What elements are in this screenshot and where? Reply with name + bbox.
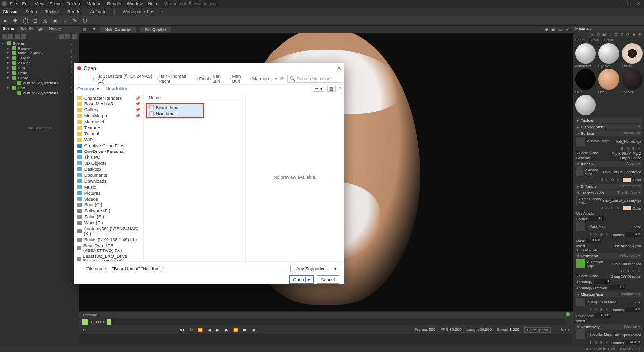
add-camera-icon[interactable] <box>15 34 20 39</box>
menu-file[interactable]: File <box>10 1 17 6</box>
breadcrumbs[interactable]: 3dScanstore (\\TEN24NAS) (Z:)›Hair -Thom… <box>98 74 272 84</box>
cancel-button[interactable]: Cancel <box>317 275 339 284</box>
timeline-scrubber[interactable] <box>107 319 567 325</box>
organise-menu[interactable]: Organise ▾ <box>77 86 99 91</box>
poly-tool-icon[interactable]: ⬡ <box>81 17 88 24</box>
folder-tree-item[interactable]: Pictures <box>74 190 143 196</box>
material-thumb[interactable]: Lashes <box>621 69 643 94</box>
dialog-close-icon[interactable]: ✕ <box>337 65 341 72</box>
prev-frame-icon[interactable]: ◀ <box>206 327 212 333</box>
window-maximize[interactable]: ☐ <box>625 1 632 7</box>
albedo-color[interactable] <box>622 177 631 182</box>
next-frame-icon[interactable]: ▶ <box>224 327 230 333</box>
preview-pane-icon[interactable]: ▥ <box>327 86 336 92</box>
play-icon[interactable]: ▶ <box>215 327 221 333</box>
sec-albedo[interactable]: ▾AlbedoAlbedo ▾ <box>575 161 642 167</box>
mat-delete-icon[interactable]: 🗑 <box>620 32 624 37</box>
folder-tree-item[interactable]: Base Mesh V3📌 <box>74 101 143 107</box>
prev-key-icon[interactable]: ⏪ <box>197 327 203 333</box>
circle-tool-icon[interactable]: ○ <box>61 17 68 24</box>
menu-scene[interactable]: Scene <box>49 1 62 6</box>
direction-thumb[interactable] <box>576 259 585 268</box>
material-thumb[interactable]: Eyeball <box>621 43 643 68</box>
folder-tree-item[interactable]: 3D Objects <box>74 160 143 166</box>
quality-selector[interactable]: Full Quality ▾ <box>140 27 171 32</box>
keyframe-icon[interactable]: ◆ <box>251 327 257 333</box>
sec-texture[interactable]: ▸Texture <box>575 118 642 123</box>
scene-tab[interactable]: Scene <box>0 26 17 33</box>
translucency-thumb[interactable] <box>576 196 577 205</box>
search-input[interactable]: 🔍 Search Marmoset <box>287 75 341 83</box>
specular-thumb[interactable] <box>576 330 585 339</box>
workspace-selector[interactable]: Workspace 1▾ <box>123 9 153 14</box>
folder-tree-item[interactable]: BeastTwo_6TB (\\BEASTTWO) (V:) <box>74 243 143 253</box>
breadcrumb-item[interactable]: Final <box>199 76 209 81</box>
sec-reflection[interactable]: ▾ReflectionAnisotropic ▾ <box>575 253 642 259</box>
folder-tree-item[interactable]: Textures <box>74 125 143 131</box>
help-icon[interactable]: ? <box>339 86 341 91</box>
sec-diffusion[interactable]: ▸DiffusionLambertian ▾ <box>575 184 642 189</box>
gear-icon[interactable]: ⚙ <box>544 27 549 32</box>
tab-texture[interactable]: Texture <box>45 9 60 14</box>
folder-tree-item[interactable]: WIP <box>74 137 143 143</box>
menu-texture[interactable]: Texture <box>67 1 82 6</box>
mask-thumb[interactable] <box>576 222 585 231</box>
new-folder-button[interactable]: New folder <box>106 86 127 91</box>
mat-dup-icon[interactable]: ⧉ <box>596 32 600 37</box>
material-thumb[interactable]: Eye Wet <box>597 43 620 68</box>
nav-back-icon[interactable]: ← <box>77 76 82 81</box>
material-thumb[interactable]: Hair <box>574 69 596 94</box>
refresh-icon[interactable]: ↻ <box>626 147 630 151</box>
move-tool-icon[interactable]: ✥ <box>12 17 19 24</box>
goto-start-icon[interactable]: ⏮ <box>179 327 185 333</box>
mat-tab-brows[interactable]: Brows <box>590 38 599 42</box>
tree-item[interactable]: ▾Main Camera⋮⋮ <box>2 50 77 55</box>
tab-animate[interactable]: Animate <box>90 9 107 14</box>
window-minimize[interactable]: – <box>615 1 622 7</box>
mat-refresh-icon[interactable]: ⟳ <box>626 32 630 37</box>
translucency-color[interactable] <box>622 206 631 211</box>
next-key-icon[interactable]: ⏩ <box>233 327 239 333</box>
tree-item[interactable]: ZBrushPolyMesh3D⋮⋮ <box>2 90 77 95</box>
folder-tree-item[interactable]: BeastTwo_DXO_Drive (\\BEASTTWO) (W:) <box>74 253 143 261</box>
tree-item[interactable]: ZBrushPolyMesh3D⋮⋮ <box>2 80 77 85</box>
folder-tree-item[interactable]: Tutorial <box>74 131 143 137</box>
camera-lock-icon[interactable]: ⭘ <box>91 27 96 32</box>
safe-frame-icon[interactable]: ▭ <box>558 27 563 32</box>
menu-material[interactable]: Material <box>86 1 102 6</box>
tree-item[interactable]: ▾1 Light⋮⋮ <box>2 55 77 60</box>
crumb-drop-icon[interactable]: ▾ <box>275 76 277 81</box>
sec-microsurface[interactable]: ▾MicrosurfaceRoughness ▾ <box>575 292 642 297</box>
folder-tree-item[interactable]: Music <box>74 184 143 190</box>
filename-input[interactable] <box>110 265 291 272</box>
mat-fold-icon[interactable]: ▣ <box>602 32 606 37</box>
camera-selector[interactable]: Main Camera ▾ <box>100 27 136 32</box>
mat-tab-detail[interactable]: Detail <box>604 38 613 42</box>
scene-tree[interactable]: ▾Scene⋮⋮▾Render⋮⋮▾Main Camera⋮⋮▾1 Light⋮… <box>0 40 79 96</box>
loop-icon[interactable]: ↻ <box>188 327 194 333</box>
sec-displacement[interactable]: ▸Displacement▾ <box>575 124 642 130</box>
timeline-track[interactable] <box>79 334 573 344</box>
mat-export-icon[interactable]: ↥ <box>614 32 618 37</box>
breadcrumb-item[interactable]: Man Bun <box>212 74 228 84</box>
pipette-icon[interactable]: ⟳ <box>632 147 636 151</box>
mat-tab-beard[interactable]: Beard <box>575 38 585 42</box>
tree-item[interactable]: ▾Head⋮⋮ <box>2 70 77 75</box>
menu-help[interactable]: Help <box>148 1 157 6</box>
window-close[interactable]: ✕ <box>635 1 642 7</box>
folder-tree-item[interactable]: Gallery📌 <box>74 107 143 113</box>
folder-tree-item[interactable]: Videos <box>74 196 143 202</box>
scale-tool-icon[interactable]: ◻ <box>32 17 39 24</box>
normal-map-thumb[interactable] <box>576 137 585 146</box>
tab-render[interactable]: Render <box>67 9 82 14</box>
material-thumb[interactable]: Head <box>597 69 620 94</box>
rotate-tool-icon[interactable]: ◯ <box>22 17 29 24</box>
folder-icon[interactable] <box>65 34 70 39</box>
tree-item[interactable]: ▾2 Light⋮⋮ <box>2 60 77 65</box>
folder-tree-item[interactable]: This PC <box>74 154 143 160</box>
bounds-tool-icon[interactable]: ▣ <box>52 17 58 24</box>
view-mode-icon[interactable]: ☰ ▾ <box>313 86 324 92</box>
breadcrumb-item[interactable]: Man Bun <box>232 74 249 84</box>
folder-tree-item[interactable]: Anatomy360 (\\TEN24NAS) (X:) <box>74 226 143 237</box>
folder-tree-item[interactable]: Creative Cloud Files <box>74 143 143 149</box>
